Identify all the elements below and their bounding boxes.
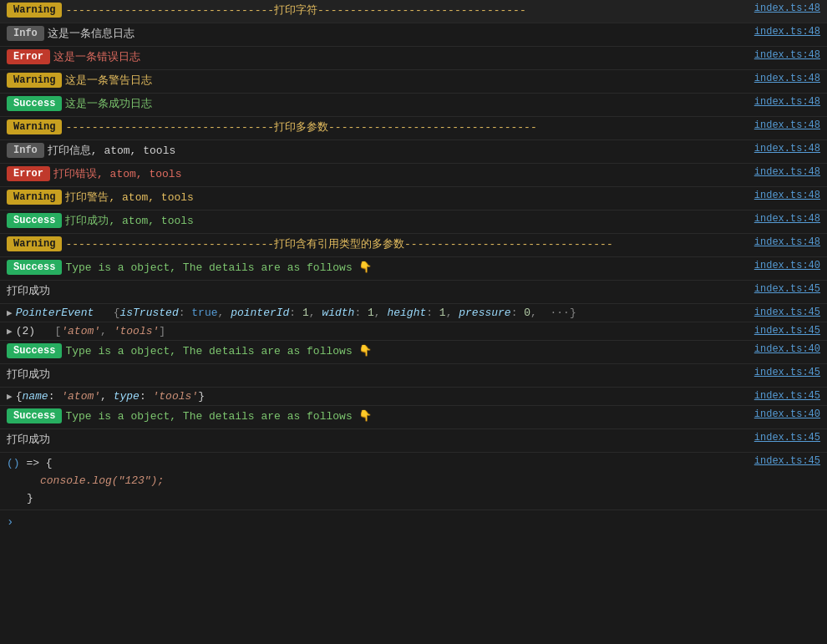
badge-error: Error: [7, 49, 50, 64]
row-content: Warning 这是一条警告日志: [7, 73, 741, 88]
row-file[interactable]: index.ts:45: [741, 432, 820, 444]
badge-info: Info: [7, 143, 44, 158]
badge-success: Success: [7, 408, 62, 423]
console-row: Error 打印错误, atom, tools index.ts:48: [0, 164, 827, 187]
row-content: Success Type is a object, The details ar…: [7, 343, 741, 358]
object-type: PointerEvent: [16, 307, 94, 319]
console-row: Info 这是一条信息日志 index.ts:48: [0, 23, 827, 47]
array-preview: ['atom', 'tools']: [42, 325, 165, 337]
badge-warning: Warning: [7, 3, 62, 18]
row-content: Warning --------------------------------…: [7, 3, 741, 18]
console-row: Warning --------------------------------…: [0, 234, 827, 257]
row-content: Success 打印成功, atom, tools: [7, 213, 741, 228]
row-message: 这是一条信息日志: [48, 26, 134, 41]
row-file[interactable]: index.ts:45: [741, 390, 820, 402]
row-message: --------------------------------打印含有引用类型…: [65, 236, 612, 251]
badge-warning: Warning: [7, 73, 62, 88]
console-row: Success Type is a object, The details ar…: [0, 257, 827, 281]
row-file[interactable]: index.ts:48: [741, 26, 820, 38]
row-content: Info 这是一条信息日志: [7, 26, 741, 41]
row-file[interactable]: index.ts:48: [741, 73, 820, 84]
badge-success: Success: [7, 343, 62, 358]
row-file[interactable]: index.ts:48: [741, 119, 820, 131]
object-preview: {isTrusted: true, pointerId: 1, width: 1…: [100, 307, 576, 319]
console-row: Warning 打印警告, atom, tools index.ts:48: [0, 187, 827, 210]
row-file[interactable]: index.ts:48: [741, 166, 820, 178]
expand-content: {name: 'atom', type: 'tools'}: [16, 390, 741, 403]
row-file[interactable]: index.ts:48: [741, 3, 820, 14]
code-line-1: () => {: [7, 455, 741, 473]
code-line-2: console.log("123");: [7, 473, 741, 490]
row-file[interactable]: index.ts:40: [741, 343, 820, 355]
row-message: 这是一条成功日志: [65, 96, 152, 111]
row-file[interactable]: index.ts:45: [741, 367, 820, 378]
row-content: 打印成功: [7, 283, 741, 298]
console-row: Success 这是一条成功日志 index.ts:48: [0, 94, 827, 117]
row-message: --------------------------------打印多参数---…: [65, 119, 536, 134]
row-file[interactable]: index.ts:40: [741, 408, 820, 420]
badge-error: Error: [7, 166, 50, 181]
expand-arrow-icon[interactable]: ▶: [7, 390, 13, 402]
row-message: 这是一条错误日志: [53, 49, 140, 64]
console-row: 打印成功 index.ts:45: [0, 429, 827, 453]
code-row: () => { console.log("123"); } index.ts:4…: [0, 453, 827, 510]
badge-success: Success: [7, 96, 62, 111]
badge-warning: Warning: [7, 236, 62, 251]
expandable-row: ▶ PointerEvent {isTrusted: true, pointer…: [0, 304, 827, 322]
row-file[interactable]: index.ts:48: [741, 213, 820, 225]
row-message: Type is a object, The details are as fol…: [65, 409, 372, 423]
console-row: Warning --------------------------------…: [0, 117, 827, 140]
expand-content: (2) ['atom', 'tools']: [16, 325, 741, 337]
row-message: Type is a object, The details are as fol…: [65, 344, 372, 357]
row-message: --------------------------------打印字符----…: [65, 3, 525, 18]
row-content: Success Type is a object, The details ar…: [7, 408, 741, 423]
row-file[interactable]: index.ts:48: [741, 190, 820, 201]
row-file[interactable]: index.ts:48: [741, 49, 820, 61]
row-file[interactable]: index.ts:48: [741, 143, 820, 155]
console-row: Info 打印信息, atom, tools index.ts:48: [0, 140, 827, 164]
arrow-icon: (): [7, 457, 20, 469]
row-file[interactable]: index.ts:48: [741, 96, 820, 108]
plain-message: 打印成功: [7, 432, 50, 447]
plain-message: 打印成功: [7, 367, 50, 382]
row-message: 打印信息, atom, tools: [48, 143, 175, 158]
console-row: Warning 这是一条警告日志 index.ts:48: [0, 70, 827, 94]
row-file[interactable]: index.ts:48: [741, 236, 820, 248]
badge-info: Info: [7, 26, 44, 41]
row-content: Info 打印信息, atom, tools: [7, 143, 741, 158]
expandable-row: ▶ {name: 'atom', type: 'tools'} index.ts…: [0, 388, 827, 406]
row-content: Success 这是一条成功日志: [7, 96, 741, 111]
row-message: Type is a object, The details are as fol…: [65, 261, 372, 274]
row-file[interactable]: index.ts:45: [741, 455, 820, 467]
bottom-arrow[interactable]: ›: [0, 510, 827, 534]
row-content: Warning --------------------------------…: [7, 119, 741, 134]
array-label: (2): [16, 325, 35, 337]
row-content: 打印成功: [7, 432, 741, 447]
badge-warning: Warning: [7, 190, 62, 205]
console-row: 打印成功 index.ts:45: [0, 281, 827, 304]
badge-success: Success: [7, 260, 62, 275]
code-block: () => { console.log("123"); }: [7, 455, 741, 507]
row-file[interactable]: index.ts:45: [741, 283, 820, 295]
object-preview-inline: {name: 'atom', type: 'tools'}: [16, 390, 205, 403]
console-row: Warning --------------------------------…: [0, 0, 827, 23]
row-content: 打印成功: [7, 367, 741, 382]
console-row: Error 这是一条错误日志 index.ts:48: [0, 47, 827, 70]
row-file[interactable]: index.ts:40: [741, 260, 820, 271]
row-file[interactable]: index.ts:45: [741, 325, 820, 337]
plain-message: 打印成功: [7, 283, 50, 298]
row-content: Warning --------------------------------…: [7, 236, 741, 251]
console-row: Success Type is a object, The details ar…: [0, 406, 827, 429]
row-content: Error 这是一条错误日志: [7, 49, 741, 64]
badge-success: Success: [7, 213, 62, 228]
row-message: 这是一条警告日志: [65, 73, 152, 88]
expand-arrow-icon[interactable]: ▶: [7, 325, 13, 337]
console-container: Warning --------------------------------…: [0, 0, 827, 534]
console-row: Success Type is a object, The details ar…: [0, 341, 827, 364]
badge-warning: Warning: [7, 119, 62, 134]
expand-arrow-icon[interactable]: ▶: [7, 307, 13, 318]
row-file[interactable]: index.ts:45: [741, 307, 820, 318]
row-content: Error 打印错误, atom, tools: [7, 166, 741, 181]
expand-content: PointerEvent {isTrusted: true, pointerId…: [16, 307, 741, 319]
row-message: 打印成功, atom, tools: [65, 213, 193, 228]
